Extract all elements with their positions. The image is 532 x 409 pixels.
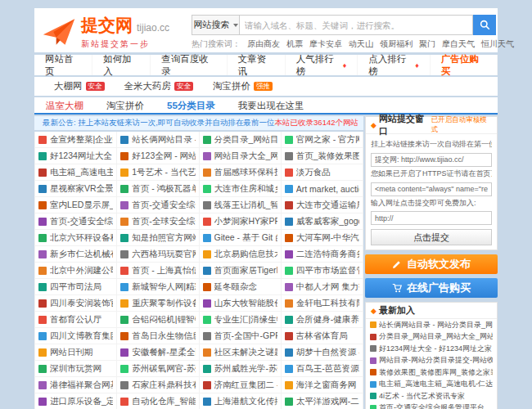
site-link[interactable]: 自动化仓库_智能仓储货 xyxy=(117,393,199,409)
buy-ad-button[interactable]: 在线广告购买 xyxy=(365,278,498,298)
site-url-input[interactable] xyxy=(371,211,492,225)
site-link[interactable]: 网站日刊期 xyxy=(35,344,117,361)
site-link[interactable]: 延冬颐杂念 xyxy=(200,279,282,295)
site-link[interactable]: 太平洋游戏网-二手房 xyxy=(282,393,363,409)
category-tab[interactable]: 淘宝拼价 xyxy=(95,97,156,113)
nav-item[interactable]: 人气排行榜♦ xyxy=(286,55,358,75)
latest-item[interactable]: 站长俩网站目录 - 网站分类目录_网站收录提交_分... xyxy=(366,319,497,331)
search-button[interactable] xyxy=(473,15,496,35)
site-link[interactable]: 首页-交通安全综合服务 xyxy=(117,197,199,213)
site-link[interactable]: 会所健身-健康养生大 xyxy=(282,312,363,328)
hot-search-word[interactable]: 摩自天气 xyxy=(442,38,475,50)
site-link[interactable]: 首岛日永生物信息科技-成 xyxy=(117,328,199,344)
site-link[interactable]: 北京中外润建公司高端 xyxy=(35,263,117,279)
nav-item[interactable]: 网站首页 xyxy=(34,55,92,75)
site-link[interactable]: 北京六环秤设备科技有 xyxy=(35,230,117,246)
site-link[interactable]: Gitee - 基于 Git 的代码 xyxy=(200,230,282,246)
nav-item[interactable]: 如何加入 xyxy=(92,55,151,75)
site-link[interactable]: 进口原乐设备_定制原乐 xyxy=(35,393,117,409)
site-link[interactable]: 新乡市仁达机械有限公 xyxy=(35,246,117,263)
site-link[interactable]: 首页面家居TigerMobility xyxy=(200,263,282,279)
subnav-item[interactable]: 大棚网安全 xyxy=(54,80,105,92)
site-link[interactable]: 港律福祥聚合网基怀-纤 xyxy=(35,377,117,393)
site-link[interactable]: 1号艺术 - 当代艺术资讯 xyxy=(117,164,199,181)
site-link[interactable]: 新城智华人网|精彩新闻 xyxy=(117,279,199,295)
site-link[interactable]: 大连市住房和城乡建设 xyxy=(200,181,282,197)
site-link[interactable]: 北京易购信息技术有限 xyxy=(200,246,282,263)
site-link[interactable]: 室内LED显示屏_户外 xyxy=(35,197,117,213)
site-link[interactable]: 大连市交通运输局 xyxy=(282,197,363,213)
site-link[interactable]: 社区未解决之谜题 - 维你 xyxy=(200,344,282,361)
site-link[interactable]: 首页-全球安全综合服务 xyxy=(117,213,199,230)
site-link[interactable]: 首届感球环保科技集团 xyxy=(200,164,282,181)
site-link[interactable]: 安徽餐解-星柔全面进 xyxy=(117,344,199,361)
site-link[interactable]: 二连浩特商务商务网 xyxy=(282,246,363,263)
backlink-url-field[interactable] xyxy=(371,153,492,167)
site-link[interactable]: 合铝闷铝机|锂智钛风娱 xyxy=(117,312,199,328)
site-link[interactable]: 网站目录大全_网站目 xyxy=(200,148,282,164)
meta-referrer-field[interactable] xyxy=(371,182,492,196)
site-link[interactable]: 四川泰安润装饰官方网 xyxy=(35,295,117,312)
site-link[interactable]: 吉林省体育局 xyxy=(282,328,363,344)
site-link[interactable]: 金宣烤整菜|企业数字营 xyxy=(35,132,117,148)
site-link[interactable]: 淡万食品 xyxy=(282,164,363,181)
site-link[interactable]: 首页_装修效果图_装修 xyxy=(282,148,363,164)
search-input[interactable] xyxy=(239,15,473,35)
site-link[interactable]: 站长俩网站目录 - 网站 xyxy=(117,132,199,148)
site-link[interactable]: 金轩电工科技有限公司 xyxy=(282,295,363,312)
site-link[interactable]: 好123全网 - 网站大全 xyxy=(117,148,199,164)
site-link[interactable]: 首页-全国中-GPP开发,激活 xyxy=(200,328,282,344)
subnav-item[interactable]: 全米大药房安全 xyxy=(124,80,194,92)
site-link[interactable]: 石家庄科鼎科技有限公司 xyxy=(117,377,199,393)
latest-item[interactable]: 分类目录_网站目录_网站大全_网站提交_名站... xyxy=(366,331,497,344)
site-link[interactable]: 知是拍照官方网站 xyxy=(117,230,199,246)
hot-search-word[interactable]: 动天山 xyxy=(349,38,373,50)
site-link[interactable]: 四川文博教育集团有限-成 xyxy=(35,328,117,344)
nav-item[interactable]: 文章资讯 xyxy=(228,55,286,75)
hot-search-word[interactable]: 原由商友 xyxy=(247,38,280,50)
submit-site-button[interactable]: 点击提交 xyxy=(371,229,492,245)
hot-search-word[interactable]: 机票 xyxy=(286,38,303,50)
site-link[interactable]: 首页 - 上海真怡信息科 xyxy=(117,263,199,279)
latest-item[interactable]: 装修效果图_装修图库网_装修之家装修网 xyxy=(366,366,497,379)
soft-article-button[interactable]: 自动软文发布 xyxy=(365,254,498,274)
site-link[interactable]: 首都育公认厅 xyxy=(35,312,117,328)
site-link[interactable]: 中都人才网 集力招聘网 xyxy=(282,279,363,295)
subnav-item[interactable]: 淘宝拼价强推 xyxy=(213,80,273,92)
latest-item[interactable]: 4i艺术 - 当代艺术资讯专家 xyxy=(366,390,497,402)
site-link[interactable]: 首页 - 鸿极瓦器单联多 xyxy=(117,181,199,197)
latest-item[interactable]: 网站目录-网站分类目录提交-网站收录大全网... xyxy=(366,355,497,367)
site-link[interactable]: 四平市市场监督管理局 xyxy=(282,263,363,279)
hot-search-word[interactable]: 领厨福利 xyxy=(380,38,413,50)
hot-search-word[interactable]: 摩卡安卓 xyxy=(309,38,342,50)
site-link[interactable]: 山东大牧智能股份设备 xyxy=(200,295,282,312)
site-link[interactable]: 电主箱_高速电主箱_高 xyxy=(35,164,117,181)
site-link[interactable]: Art market, auction xyxy=(282,181,363,197)
category-tab[interactable]: 55分类目录 xyxy=(156,97,227,113)
site-link[interactable]: 深圳市玩赏网 xyxy=(35,361,117,377)
site-link[interactable]: 官网之家 - 官方网站大 xyxy=(282,132,363,148)
latest-item[interactable]: 好1234网址大全 - 好1234网址之家 - 好1234上... xyxy=(366,343,497,355)
site-link[interactable]: 好1234网址大全 - 好1234 xyxy=(35,148,117,164)
latest-item[interactable]: 电主箱_高速电主箱_高速电机-仁达电主箱_... xyxy=(366,379,497,391)
category-tab[interactable]: 我要出现在这里 xyxy=(227,97,316,113)
site-link[interactable]: 济南红豆集团二 - 飞 xyxy=(200,377,282,393)
site-link[interactable]: 胡梦十自然资源 - 免费教 xyxy=(282,344,363,361)
site-link[interactable]: 重庆聚零制作设备有限 xyxy=(117,295,199,312)
hot-search-word[interactable]: 恒川天气 xyxy=(481,38,514,50)
site-link[interactable]: 线落王让消机_智箱深动 xyxy=(200,197,282,213)
site-link[interactable]: 苏州威胜光学-苏州 xyxy=(200,361,282,377)
site-link[interactable]: 分类目录_网站目录_网 xyxy=(200,132,282,148)
site-link[interactable]: 首页-交通安全综合服务 xyxy=(35,213,117,230)
category-tab[interactable]: 温室大棚 xyxy=(34,97,95,113)
site-link[interactable]: 大河车网-中华汽车网 xyxy=(282,230,363,246)
site-link[interactable]: 苏州碳氧网官-苏州 xyxy=(117,361,199,377)
site-link[interactable]: 专业生汇|消缘生物科技 xyxy=(200,312,282,328)
nav-item[interactable]: 广告位购买 xyxy=(431,55,498,75)
site-link[interactable]: 四平市司法局 xyxy=(35,279,117,295)
site-link[interactable]: 威客威客家_gogo威客 xyxy=(282,213,363,230)
site-link[interactable]: 百鸟王-芭芭资源游泳池 xyxy=(282,361,363,377)
nav-item[interactable]: 点入排行榜♦ xyxy=(358,55,431,75)
site-logo[interactable]: 提交网 tijiao.cc 新站提交第一步 xyxy=(43,14,169,50)
nav-item[interactable]: 查询百度收录 xyxy=(151,55,227,75)
